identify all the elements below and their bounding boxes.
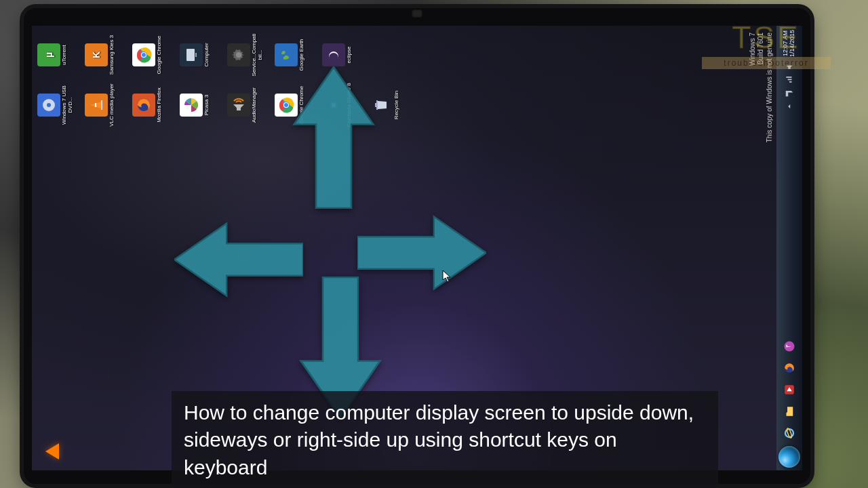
vlc-icon-glyph [85, 94, 108, 117]
photo-background: Windows 7 USB DVD...µuTorrentVLC media p… [0, 0, 868, 488]
samsung-kies-icon-glyph: K [85, 43, 108, 66]
chrome-icon-2[interactable]: Google Chrome [132, 31, 177, 79]
eclipse-icon-glyph [322, 43, 345, 66]
start-button[interactable] [778, 446, 800, 468]
video-caption: How to change computer display screen to… [172, 391, 718, 489]
freemake-gadget[interactable] [39, 436, 66, 464]
desktop-icon-label: Google Chrome [157, 36, 163, 74]
samsung-kies-icon[interactable]: KSamsung Kies 3 [85, 31, 130, 79]
svg-text:K: K [91, 52, 102, 58]
arrow-up-icon [290, 66, 378, 209]
svg-point-1 [47, 103, 51, 107]
firefox-desktop-icon[interactable]: Mozilla Firefox [132, 81, 177, 129]
internet-explorer-icon[interactable] [780, 423, 799, 443]
media-player-icon[interactable] [780, 380, 799, 400]
google-earth-icon-glyph [275, 43, 298, 66]
svg-rect-5 [95, 103, 96, 107]
desktop-icon-label: Computer [204, 43, 210, 66]
desktop-icon-label: Samsung Kies 3 [109, 35, 115, 75]
vlc-icon[interactable]: VLC media player [85, 81, 130, 129]
usb-dvd-tool-icon-glyph [37, 94, 60, 117]
channel-watermark: TSE troubleshooterror [702, 19, 831, 69]
action-center-icon[interactable] [785, 88, 794, 98]
svg-text:µ: µ [43, 52, 54, 58]
svg-point-12 [142, 53, 146, 57]
svg-rect-15 [195, 53, 197, 57]
channel-logo-text: TSE [702, 19, 831, 56]
firefox-desktop-icon-glyph [132, 94, 155, 117]
itunes-icon[interactable] [780, 336, 799, 357]
utorrent-icon[interactable]: µuTorrent [37, 31, 82, 79]
usb-dvd-tool-icon[interactable]: Windows 7 USB DVD... [37, 81, 82, 129]
svg-rect-14 [186, 49, 195, 61]
triangle-icon [45, 443, 59, 460]
desktop-icon-label: VLC media player [109, 83, 115, 127]
channel-subtitle: troubleshooterror [702, 57, 831, 69]
utorrent-icon-glyph: µ [37, 43, 60, 66]
svg-point-27 [329, 53, 338, 62]
desktop-icon-label: Mozilla Firefox [157, 87, 163, 123]
firefox-icon[interactable] [780, 358, 799, 378]
arrow-overlay [174, 66, 500, 432]
arrow-right-icon [357, 209, 486, 297]
network-icon[interactable] [785, 75, 794, 84]
desktop-icon-label: Windows 7 USB DVD... [62, 83, 74, 127]
compatibility-icon-glyph [227, 43, 250, 66]
chevron-up-icon[interactable] [785, 102, 794, 111]
computer-icon-glyph [180, 43, 203, 66]
svg-point-21 [279, 48, 293, 62]
desktop-icon-label: uTorrent [62, 45, 68, 64]
file-explorer-icon[interactable] [780, 401, 799, 422]
taskbar[interactable]: 12:07 AM 1/14/2015 [776, 26, 802, 470]
desktop-icon-label: eclipse [347, 47, 353, 64]
svg-rect-4 [101, 100, 102, 110]
chrome-icon-2-glyph [132, 43, 155, 66]
taskbar-pinned-area [780, 336, 799, 443]
arrow-left-icon [174, 216, 303, 304]
